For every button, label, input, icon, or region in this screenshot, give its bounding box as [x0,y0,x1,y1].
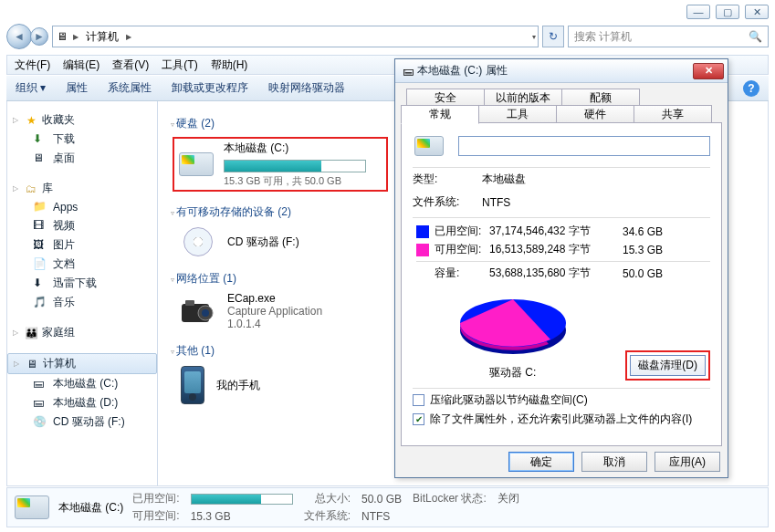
sidebar-item-pictures[interactable]: 🖼图片 [7,235,157,255]
ok-button[interactable]: 确定 [508,452,574,472]
apply-button[interactable]: 应用(A) [655,452,720,472]
breadcrumb-computer[interactable]: 计算机 [82,29,122,45]
tab-sharing[interactable]: 共享 [634,105,712,124]
sidebar-item-label: 下载 [53,131,75,147]
status-free-label: 可用空间: [132,508,179,524]
free-label: 可用空间: [435,243,481,256]
document-icon: 📄 [33,257,47,272]
sidebar-item-videos[interactable]: 🎞视频 [7,216,157,235]
dialog-close-button[interactable]: ✕ [693,63,724,79]
status-total-label: 总大小: [304,491,351,506]
cmd-map-drive[interactable]: 映射网络驱动器 [268,80,345,96]
index-checkbox-row[interactable]: ✔除了文件属性外，还允许索引此驱动器上文件的内容(I) [413,412,710,427]
drive-name: 本地磁盘 (C:) [224,141,384,158]
sidebar-item-drive-f[interactable]: 💿CD 驱动器 (F:) [7,412,157,432]
picture-icon: 🖼 [33,238,47,253]
used-swatch-icon [416,225,429,238]
status-fs-value: NTFS [361,510,402,523]
drive-c-item[interactable]: 本地磁盘 (C:) 15.3 GB 可用 , 共 50.0 GB [173,137,388,192]
sidebar-libraries-header[interactable]: ▷🗂库 [7,179,157,198]
cd-icon: 💿 [33,415,47,430]
window-maximize-button[interactable]: ▢ [716,5,739,19]
sidebar-item-drive-d[interactable]: 🖴本地磁盘 (D:) [7,393,157,412]
tab-general[interactable]: 常规 [401,105,479,124]
sidebar-item-label: 图片 [53,237,75,253]
disk-cleanup-button[interactable]: 磁盘清理(D) [630,355,706,376]
checkbox-icon [413,394,424,406]
sidebar-item-desktop[interactable]: 🖥桌面 [7,149,157,168]
sidebar-item-xunlei[interactable]: ⬇迅雷下载 [7,274,157,293]
capacity-bytes: 53,688,135,680 字节 [489,266,623,281]
status-usage-bar [191,494,293,505]
sidebar-homegroup-header[interactable]: ▷👪家庭组 [7,323,157,342]
cmd-organize[interactable]: 组织 ▾ [16,80,46,96]
tab-tools[interactable]: 工具 [478,105,557,124]
checkbox-icon: ✔ [413,413,424,425]
search-input[interactable]: 搜索 计算机 🔍 [568,26,769,47]
expand-icon: ▷ [13,329,18,337]
sidebar-item-music[interactable]: 🎵音乐 [7,293,157,312]
sidebar-item-label: Apps [53,201,78,214]
sidebar-item-documents[interactable]: 📄文档 [7,255,157,274]
desktop-icon: 🖥 [33,151,47,166]
refresh-button[interactable]: ↻ [542,26,564,47]
drive-usage-bar [224,160,366,172]
cmd-properties[interactable]: 属性 [66,80,88,96]
nav-back-button[interactable]: ◄ [6,24,32,49]
cmd-system-properties[interactable]: 系统属性 [108,80,152,96]
dialog-titlebar[interactable]: 🖴 本地磁盘 (C:) 属性 ✕ [395,59,728,83]
menu-edit[interactable]: 编辑(E) [63,57,99,73]
disk-usage-pie-chart [450,287,576,361]
computer-icon: 🖥 [25,357,39,371]
breadcrumb-sep-icon: ▶ [73,33,79,41]
menu-file[interactable]: 文件(F) [15,57,50,73]
sidebar-item-label: 本地磁盘 (C:) [53,376,118,391]
sidebar-label: 计算机 [43,356,76,371]
window-close-button[interactable]: ✕ [745,5,769,19]
menu-help[interactable]: 帮助(H) [211,57,248,73]
disk-cleanup-highlight: 磁盘清理(D) [625,350,710,381]
cmd-uninstall[interactable]: 卸载或更改程序 [172,80,248,96]
sidebar-item-drive-c[interactable]: 🖴本地磁盘 (C:) [7,374,157,393]
camera-icon [178,295,218,328]
ecap-desc: Capture Application [227,305,322,318]
computer-icon: 🖥 [55,29,69,44]
cd-drive-label: CD 驱动器 (F:) [227,235,299,250]
status-free-value: 15.3 GB [191,510,293,523]
window-minimize-button[interactable]: — [686,5,710,19]
homegroup-icon: 👪 [24,326,38,340]
sidebar-label: 家庭组 [42,325,75,340]
menu-tools[interactable]: 工具(T) [162,57,197,73]
status-used-label: 已用空间: [132,491,179,506]
used-human: 34.6 GB [623,225,677,238]
tab-hardware[interactable]: 硬件 [556,105,634,124]
help-icon[interactable]: ? [743,80,759,97]
sidebar-favorites-header[interactable]: ▷★收藏夹 [7,110,157,130]
drive-icon [15,490,49,525]
sidebar-computer-header[interactable]: ▷🖥计算机 [7,353,157,374]
used-label: 已用空间: [435,224,481,237]
sidebar-item-downloads[interactable]: ⬇下载 [7,130,157,149]
menu-view[interactable]: 查看(V) [112,57,149,73]
sidebar-label: 库 [42,181,53,196]
sidebar-item-label: CD 驱动器 (F:) [53,414,125,430]
properties-dialog: 🖴 本地磁盘 (C:) 属性 ✕ 安全 以前的版本 配额 常规 工具 硬件 共享 [394,58,728,478]
sidebar-item-label: 文档 [53,256,75,272]
type-label: 类型: [413,172,469,187]
compress-checkbox-row[interactable]: 压缩此驱动器以节约磁盘空间(C) [413,392,710,408]
cancel-button[interactable]: 取消 [581,452,647,472]
sidebar-label: 收藏夹 [42,112,75,128]
address-dropdown-icon[interactable]: ▾ [532,33,536,41]
sidebar-item-apps[interactable]: 📁Apps [7,198,157,216]
index-label: 除了文件属性外，还允许索引此驱动器上文件的内容(I) [430,412,692,427]
search-icon: 🔍 [749,30,762,43]
free-bytes: 16,513,589,248 字节 [489,242,623,257]
svg-point-2 [202,309,209,317]
drive-icon [176,146,216,183]
address-bar[interactable]: 🖥 ▶ 计算机 ▶ ▾ [52,26,539,47]
download-icon: ⬇ [33,276,47,291]
expand-icon: ▷ [13,184,18,193]
drive-label-input[interactable] [458,136,710,156]
nav-forward-button[interactable]: ► [30,27,48,46]
pie-caption: 驱动器 C: [413,365,613,381]
